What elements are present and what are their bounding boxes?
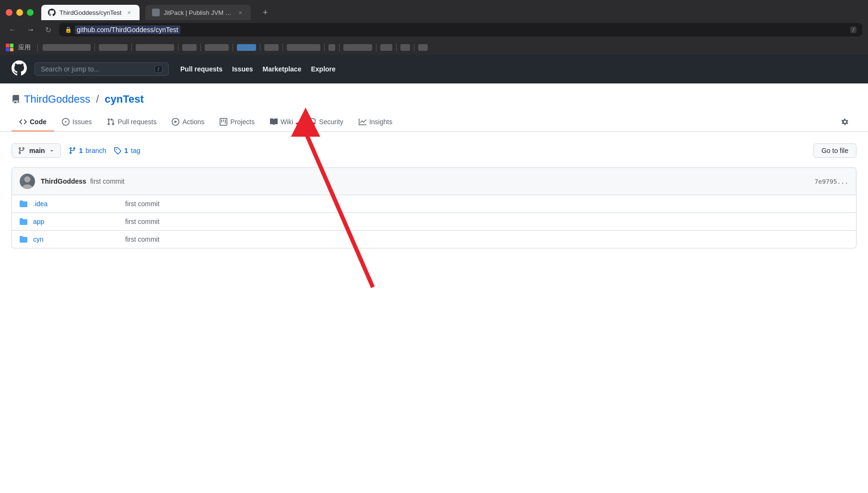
minimize-button[interactable] [16, 9, 23, 16]
tab-pr-label: Pull requests [117, 118, 156, 126]
tab-active[interactable]: ThirdGoddess/cynTest ✕ [41, 5, 140, 20]
tab-close-active[interactable]: ✕ [125, 9, 133, 16]
bookmarks-label: 应用 [18, 43, 31, 52]
tab-wiki-label: Wiki [281, 118, 293, 126]
tab-actions[interactable]: Actions [164, 113, 212, 131]
address-bar[interactable]: 🔒 github.com/ThirdGoddess/cynTest / [59, 23, 862, 36]
lock-icon: 🔒 [65, 26, 72, 33]
bookmark-separator-9 [324, 44, 325, 51]
repo-slash: / [96, 93, 99, 106]
file-row: app first commit [12, 213, 856, 231]
tab-insights[interactable]: Insights [351, 113, 400, 131]
forward-button[interactable]: → [24, 23, 37, 36]
bookmark-item-13[interactable] [418, 44, 428, 51]
security-icon [308, 118, 316, 126]
tab-issues[interactable]: Issues [54, 113, 99, 131]
settings-icon [841, 118, 849, 126]
address-bar-row: ← → ↻ 🔒 github.com/ThirdGoddess/cynTest … [0, 20, 868, 41]
projects-icon [220, 118, 227, 126]
close-button[interactable] [6, 9, 12, 16]
tab-insights-label: Insights [369, 118, 392, 126]
bookmark-separator-7 [260, 44, 260, 51]
file-name-2[interactable]: app [33, 218, 119, 225]
file-name-1[interactable]: .idea [33, 200, 119, 208]
url-text: github.com/ThirdGoddess/cynTest [75, 25, 180, 34]
tab-pull-requests[interactable]: Pull requests [99, 113, 164, 131]
nav-issues[interactable]: Issues [232, 65, 253, 73]
bookmark-separator-3 [131, 44, 132, 51]
file-row: cyn first commit [12, 231, 856, 248]
tab-code-label: Code [30, 118, 47, 126]
github-search[interactable]: Search or jump to... / [35, 62, 169, 76]
tab-title-inactive: JitPack | Publish JVM and Andr... [164, 9, 233, 16]
branch-count[interactable]: 1 branch [69, 147, 106, 154]
tab-security[interactable]: Security [301, 113, 351, 131]
repo-name[interactable]: cynTest [105, 93, 144, 106]
bookmark-item-2[interactable] [99, 44, 128, 51]
bookmark-separator-10 [339, 44, 340, 51]
file-commit-1: first commit [125, 200, 848, 208]
tab-issues-label: Issues [72, 118, 92, 126]
bookmark-item-10[interactable] [343, 44, 372, 51]
tab-wiki[interactable]: Wiki [262, 113, 301, 131]
bookmark-separator-11 [376, 44, 376, 51]
bookmark-separator-1 [37, 44, 38, 51]
nav-marketplace[interactable]: Marketplace [263, 65, 302, 73]
repo-icon [12, 95, 20, 104]
bookmark-item-9[interactable] [328, 44, 335, 51]
bookmark-separator-4 [178, 44, 178, 51]
commit-info: ThirdGoddess first commit [41, 177, 809, 185]
bookmark-item-1[interactable] [43, 44, 91, 51]
tab-projects[interactable]: Projects [212, 113, 262, 131]
folder-icon-2 [20, 218, 27, 225]
commit-hash[interactable]: 7e9795... [815, 178, 848, 185]
bookmark-separator-13 [414, 44, 414, 51]
tab-actions-label: Actions [182, 118, 204, 126]
repo-owner[interactable]: ThirdGoddess [24, 93, 90, 106]
bookmark-item-3[interactable] [136, 44, 174, 51]
branch-count-icon [69, 147, 76, 154]
avatar[interactable] [20, 174, 35, 189]
bookmark-separator-6 [233, 44, 233, 51]
repo-tabs: Code Issues Pull requests Actions Projec… [12, 113, 856, 131]
github-tab-icon [48, 9, 56, 16]
bookmark-item-7[interactable] [264, 44, 279, 51]
tag-count-label: tag [131, 147, 140, 154]
tab-close-inactive[interactable]: ✕ [236, 9, 244, 16]
maximize-button[interactable] [27, 9, 34, 16]
file-list: .idea first commit app first commit cyn … [12, 195, 856, 248]
repo-content: main 1 branch 1 tag Go to file [0, 132, 868, 260]
github-nav: Pull requests Issues Marketplace Explore [180, 65, 336, 73]
bookmark-item-4[interactable] [182, 44, 197, 51]
apps-icon[interactable] [6, 44, 13, 51]
bookmark-item-11[interactable] [380, 44, 392, 51]
go-to-file-button[interactable]: Go to file [813, 143, 856, 158]
tag-icon [114, 147, 121, 154]
issues-icon [62, 118, 70, 126]
bookmark-separator-2 [94, 44, 95, 51]
jitpack-tab-icon [152, 9, 160, 16]
new-tab-button[interactable]: + [258, 6, 272, 19]
nav-explore[interactable]: Explore [311, 65, 335, 73]
bookmark-item-6[interactable] [237, 44, 256, 51]
tag-count[interactable]: 1 tag [114, 147, 140, 154]
bookmark-separator-5 [200, 44, 201, 51]
nav-pull-requests[interactable]: Pull requests [180, 65, 223, 73]
browser-chrome: ThirdGoddess/cynTest ✕ JitPack | Publish… [0, 0, 868, 55]
bookmark-item-5[interactable] [205, 44, 229, 51]
svg-point-1 [22, 184, 33, 189]
bookmark-item-8[interactable] [287, 44, 320, 51]
search-placeholder: Search or jump to... [41, 65, 151, 73]
file-name-3[interactable]: cyn [33, 235, 119, 243]
reload-button[interactable]: ↻ [42, 23, 54, 36]
bookmarks-bar: 应用 [0, 41, 868, 55]
tab-code[interactable]: Code [12, 113, 54, 131]
back-button[interactable]: ← [6, 23, 19, 36]
committer-name[interactable]: ThirdGoddess [41, 177, 86, 185]
branch-selector[interactable]: main [12, 143, 61, 158]
github-logo[interactable] [12, 60, 27, 78]
bookmark-item-12[interactable] [400, 44, 410, 51]
tab-inactive[interactable]: JitPack | Publish JVM and Andr... ✕ [145, 5, 251, 20]
tab-settings[interactable] [833, 113, 856, 131]
file-commit-2: first commit [125, 218, 848, 225]
